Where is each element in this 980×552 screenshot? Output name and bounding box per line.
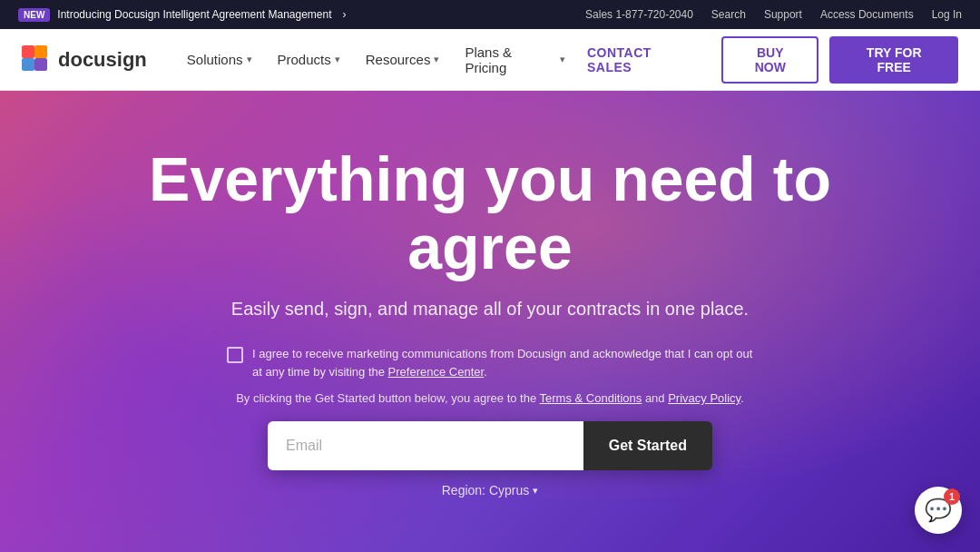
hero-title: Everything you need to agree: [118, 145, 862, 281]
solutions-label: Solutions: [187, 52, 243, 67]
chat-button[interactable]: 💬 1: [915, 487, 962, 534]
products-label: Products: [278, 52, 331, 67]
terms-text: By clicking the Get Started button below…: [118, 391, 862, 405]
nav-resources[interactable]: Resources ▾: [355, 44, 451, 74]
terms-text-1: By clicking the Get Started button below…: [236, 391, 539, 405]
support-link[interactable]: Support: [764, 8, 802, 21]
buy-now-button[interactable]: BUY NOW: [721, 36, 818, 84]
announcement-bar: NEW Introducing Docusign Intelligent Agr…: [0, 0, 980, 29]
terms-text-3: .: [740, 391, 744, 405]
resources-label: Resources: [366, 52, 431, 67]
email-form: Get Started: [268, 421, 712, 470]
hero-subtitle: Easily send, sign, and manage all of you…: [118, 299, 862, 320]
search-link[interactable]: Search: [711, 8, 746, 21]
nav-solutions[interactable]: Solutions ▾: [176, 44, 263, 74]
consent-text: I agree to receive marketing communicati…: [252, 345, 753, 380]
terms-text-2: and: [642, 391, 668, 405]
preference-center-link[interactable]: Preference Center: [388, 365, 485, 379]
consent-text-after: .: [484, 365, 487, 379]
get-started-button[interactable]: Get Started: [583, 421, 712, 470]
region-label: Region: Cyprus: [442, 483, 530, 498]
nav-plans-pricing[interactable]: Plans & Pricing ▾: [454, 37, 576, 83]
consent-row: I agree to receive marketing communicati…: [227, 345, 753, 380]
announcement-arrow: ›: [343, 8, 347, 21]
login-link[interactable]: Log In: [932, 8, 962, 21]
svg-rect-0: [22, 45, 34, 58]
top-right-nav: Sales 1-877-720-2040 Search Support Acce…: [585, 8, 962, 21]
solutions-chevron: ▾: [247, 54, 252, 65]
products-chevron: ▾: [335, 54, 340, 65]
hero-content: Everything you need to agree Easily send…: [82, 145, 898, 498]
consent-text-before: I agree to receive marketing communicati…: [252, 347, 752, 379]
main-nav: docusign Solutions ▾ Products ▾ Resource…: [0, 29, 980, 91]
region-selector[interactable]: Region: Cyprus ▾: [118, 483, 862, 498]
nav-links: Solutions ▾ Products ▾ Resources ▾ Plans…: [176, 37, 576, 83]
announcement-text: Introducing Docusign Intelligent Agreeme…: [57, 8, 331, 21]
email-input[interactable]: [268, 421, 583, 470]
hero-section: Everything you need to agree Easily send…: [0, 91, 980, 552]
region-chevron: ▾: [533, 485, 538, 497]
try-for-free-button[interactable]: TRY FOR FREE: [829, 36, 958, 84]
access-documents-link[interactable]: Access Documents: [820, 8, 914, 21]
nav-products[interactable]: Products ▾: [267, 44, 351, 74]
svg-rect-1: [34, 45, 47, 58]
logo-text: docusign: [58, 48, 147, 72]
chat-badge: 1: [944, 488, 960, 505]
svg-rect-3: [34, 58, 47, 71]
announcement-left[interactable]: NEW Introducing Docusign Intelligent Agr…: [18, 8, 347, 22]
terms-conditions-link[interactable]: Terms & Conditions: [540, 391, 642, 405]
plans-pricing-chevron: ▾: [560, 54, 565, 65]
nav-left: docusign Solutions ▾ Products ▾ Resource…: [22, 37, 576, 83]
docusign-logo-icon: [22, 45, 51, 74]
contact-sales-button[interactable]: CONTACT SALES: [576, 38, 710, 82]
privacy-policy-link[interactable]: Privacy Policy: [668, 391, 740, 405]
sales-phone[interactable]: Sales 1-877-720-2040: [585, 8, 693, 21]
svg-rect-2: [22, 58, 34, 71]
nav-right: CONTACT SALES BUY NOW TRY FOR FREE: [576, 36, 958, 84]
consent-checkbox[interactable]: [227, 347, 243, 363]
logo[interactable]: docusign: [22, 45, 147, 74]
new-badge: NEW: [18, 8, 50, 22]
resources-chevron: ▾: [434, 54, 439, 65]
plans-pricing-label: Plans & Pricing: [465, 44, 556, 75]
